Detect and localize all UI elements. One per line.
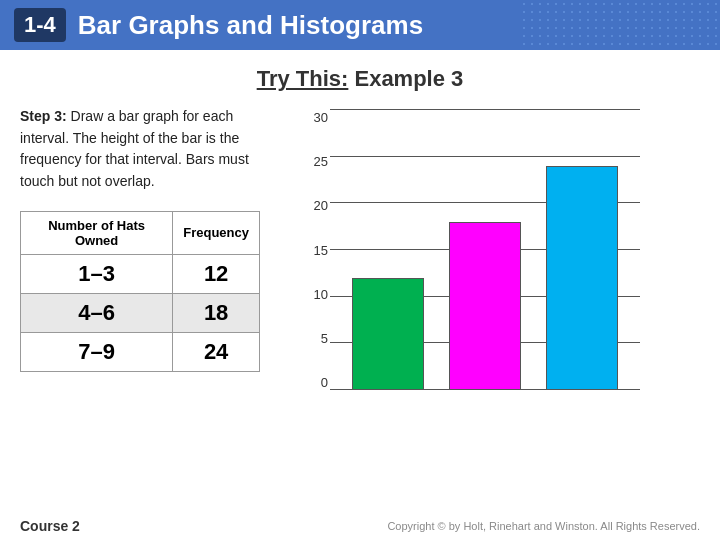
main-content: Try This: Example 3 Step 3: Draw a bar g… <box>0 50 720 430</box>
example-label: Example 3 <box>348 66 463 91</box>
data-table: Number of Hats Owned Frequency 1–3124–61… <box>20 211 260 372</box>
table-row: 24 <box>173 332 260 371</box>
table-row: 12 <box>173 254 260 293</box>
header: 1-4 Bar Graphs and Histograms <box>0 0 720 50</box>
chart-plot <box>330 110 640 390</box>
chart-section: 051015202530 <box>300 106 700 420</box>
y-axis-labels: 051015202530 <box>300 110 328 390</box>
y-axis-label: 20 <box>300 198 328 213</box>
col-header-interval: Number of Hats Owned <box>21 211 173 254</box>
header-title: Bar Graphs and Histograms <box>78 10 423 41</box>
subtitle: Try This: Example 3 <box>20 66 700 92</box>
table-row: 18 <box>173 293 260 332</box>
chart-container: 051015202530 <box>300 110 640 420</box>
step-label: Step 3: <box>20 108 67 124</box>
bars-row <box>330 110 640 390</box>
y-axis-label: 25 <box>300 154 328 169</box>
col-header-frequency: Frequency <box>173 211 260 254</box>
footer-copyright: Copyright © by Holt, Rinehart and Winsto… <box>387 520 700 532</box>
table-row: 4–6 <box>21 293 173 332</box>
step-text: Step 3: Draw a bar graph for each interv… <box>20 106 280 193</box>
footer: Course 2 Copyright © by Holt, Rinehart a… <box>0 512 720 540</box>
main-body: Step 3: Draw a bar graph for each interv… <box>20 106 700 420</box>
chart-bar <box>546 166 618 390</box>
header-badge: 1-4 <box>14 8 66 42</box>
left-section: Step 3: Draw a bar graph for each interv… <box>20 106 280 372</box>
chart-bar <box>352 278 424 390</box>
try-this-label: Try This: <box>257 66 349 91</box>
y-axis-label: 15 <box>300 243 328 258</box>
table-row: 1–3 <box>21 254 173 293</box>
footer-course: Course 2 <box>20 518 80 534</box>
y-axis-label: 30 <box>300 110 328 125</box>
chart-bar <box>449 222 521 390</box>
y-axis-label: 5 <box>300 331 328 346</box>
y-axis-label: 0 <box>300 375 328 390</box>
table-row: 7–9 <box>21 332 173 371</box>
y-axis-label: 10 <box>300 287 328 302</box>
